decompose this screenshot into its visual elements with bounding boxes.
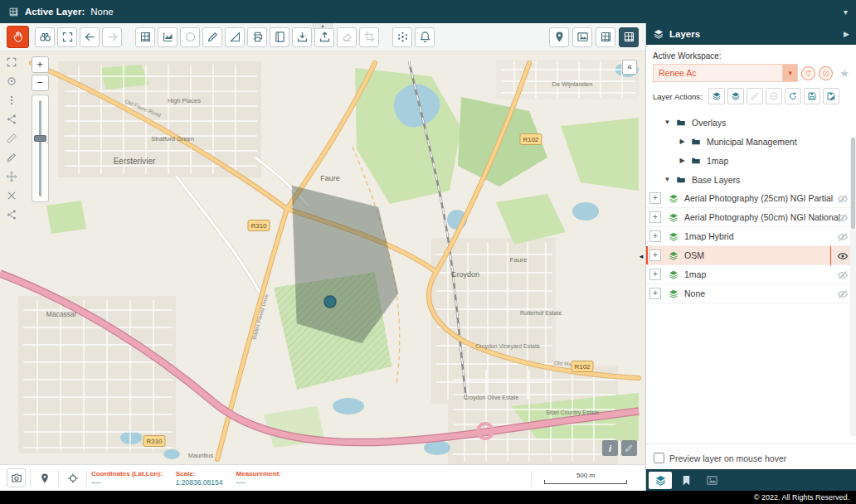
caret-icon[interactable]: ▶ (678, 138, 687, 145)
expand-plus-icon[interactable]: + (649, 230, 661, 242)
tab-bookmarks[interactable] (674, 472, 698, 489)
tree-layer-osm[interactable]: + OSM (646, 246, 856, 265)
folder-icon (675, 118, 687, 128)
draw-tool-button[interactable] (202, 27, 222, 47)
zoom-slider[interactable] (32, 94, 49, 202)
caret-icon[interactable]: ▶ (678, 157, 687, 164)
grid-view-button[interactable] (596, 27, 615, 47)
print-tool-button[interactable] (247, 27, 267, 47)
alerts-tool-button[interactable] (415, 27, 435, 47)
expand-plus-icon[interactable]: + (649, 211, 661, 223)
app-window: Active Layer: None ▾ ▴ (0, 0, 856, 504)
pencil-icon[interactable] (6, 152, 17, 163)
upload-tool-button[interactable] (314, 27, 334, 47)
move-icon[interactable] (6, 171, 17, 182)
workspace-row: Renee Ac ▾ ★ (653, 64, 849, 82)
attribute-grid-button[interactable] (135, 27, 155, 47)
info-button[interactable]: i (602, 440, 618, 456)
refresh-layers-button[interactable] (785, 88, 801, 104)
identify-tool-button[interactable] (7, 26, 29, 48)
expand-plus-icon[interactable]: + (649, 288, 661, 299)
expand-plus-icon[interactable]: + (649, 192, 661, 204)
tab-basemaps[interactable] (700, 472, 723, 489)
tab-layers[interactable] (649, 472, 672, 489)
panel-scrollbar[interactable] (850, 138, 856, 436)
workspace-dropdown-caret[interactable]: ▾ (783, 64, 798, 82)
save-workspace-button[interactable] (804, 88, 820, 104)
previous-extent-button[interactable] (80, 27, 100, 47)
visibility-eye-off-icon[interactable] (836, 269, 849, 281)
expand-plus-icon[interactable]: + (649, 269, 661, 280)
tree-layer-1map-hybrid[interactable]: + 1map Hybrid (646, 227, 856, 246)
pin-button[interactable] (35, 468, 54, 487)
save-workspace-as-button[interactable] (823, 88, 839, 104)
visibility-eye-off-icon[interactable] (836, 192, 849, 205)
visibility-eye-icon[interactable] (836, 250, 849, 262)
active-layer-label: Active Layer: (25, 7, 85, 17)
report-tool-button[interactable] (270, 27, 289, 47)
tree-layer-none[interactable]: + None (646, 284, 856, 303)
scale-value: 1:20836.08154 (176, 478, 223, 487)
network-icon[interactable] (6, 209, 17, 220)
ruler-icon[interactable] (6, 133, 17, 144)
tree-folder-1map[interactable]: ▶ 1map (646, 151, 856, 170)
tree-layer-aerial-50cm[interactable]: + Aerial Photography (50cm) NGI National (646, 208, 856, 227)
options-dots-icon[interactable] (6, 94, 17, 106)
layer-label: None (684, 288, 705, 298)
map-canvas[interactable]: De Wijnlanden High Places Stratford Gree… (0, 51, 645, 464)
erase-tool-button[interactable] (337, 27, 357, 47)
crop-tool-button[interactable] (359, 27, 379, 47)
map-collapse-button[interactable]: « (622, 60, 637, 75)
panel-collapse-handle[interactable]: ◂ (637, 247, 645, 265)
visibility-eye-off-icon[interactable] (836, 230, 849, 243)
next-extent-button[interactable] (102, 27, 122, 47)
preview-hover-checkbox[interactable] (654, 453, 664, 463)
panel-scrollbar-thumb[interactable] (851, 138, 855, 229)
basemap-gallery-button[interactable] (572, 27, 592, 47)
split-view-button[interactable] (619, 27, 639, 47)
measure-tool-button[interactable] (225, 27, 245, 47)
close-icon[interactable] (6, 190, 17, 201)
zoom-extent-button[interactable] (57, 27, 77, 47)
map-image[interactable]: De Wijnlanden High Places Stratford Gree… (0, 51, 645, 464)
caret-icon[interactable]: ▼ (663, 119, 672, 126)
zoom-in-button[interactable]: + (32, 56, 49, 73)
workspace-favorite-star-icon[interactable]: ★ (839, 67, 849, 80)
map-marker-dot[interactable] (324, 296, 336, 308)
download-tool-button[interactable] (292, 27, 312, 47)
cluster-tool-button[interactable] (392, 27, 412, 47)
fullscreen-icon[interactable] (6, 56, 17, 68)
workspace-select[interactable]: Renee Ac (653, 64, 783, 82)
edit-layer-button[interactable] (747, 88, 763, 104)
expand-plus-icon[interactable]: + (649, 250, 661, 261)
preview-row: Preview layer on mouse hover (654, 453, 786, 463)
circle-select-button[interactable] (180, 27, 200, 47)
workspace-refresh-button[interactable] (801, 66, 815, 80)
zoom-out-button[interactable]: − (32, 75, 49, 91)
workspace-clear-button[interactable] (819, 66, 833, 80)
visibility-eye-off-icon[interactable] (836, 211, 849, 224)
tree-folder-overlays[interactable]: ▼ Overlays (646, 113, 856, 132)
svg-text:High Places: High Places (168, 97, 201, 104)
panel-expand-arrow[interactable]: ▶ (844, 30, 849, 38)
tree-layer-1map-base[interactable]: + 1map (646, 265, 856, 284)
toolbar-collapse-handle[interactable]: ▴ (313, 23, 333, 29)
remove-layer-button[interactable] (766, 88, 782, 104)
preview-hover-label: Preview layer on mouse hover (669, 453, 786, 463)
edit-note-button[interactable] (621, 440, 637, 456)
add-group-button[interactable] (727, 88, 744, 104)
tree-folder-municipal-management[interactable]: ▶ Municipal Management (646, 132, 856, 151)
chart-tool-button[interactable] (158, 27, 178, 47)
target-icon[interactable] (6, 75, 17, 87)
tree-layer-aerial-25cm[interactable]: + Aerial Photography (25cm) NGI Partial (646, 189, 856, 208)
visibility-eye-off-icon[interactable] (836, 288, 849, 300)
caret-icon[interactable]: ▼ (663, 176, 672, 183)
search-tool-button[interactable] (35, 27, 55, 47)
active-layer-dropdown-caret[interactable]: ▾ (844, 7, 848, 17)
screenshot-button[interactable] (7, 468, 26, 487)
share-nodes-icon[interactable] (6, 114, 17, 125)
crosshair-button[interactable] (63, 468, 82, 487)
add-layer-button[interactable] (708, 88, 725, 104)
zoom-slider-handle[interactable] (34, 135, 46, 142)
geolocate-button[interactable] (549, 27, 569, 47)
